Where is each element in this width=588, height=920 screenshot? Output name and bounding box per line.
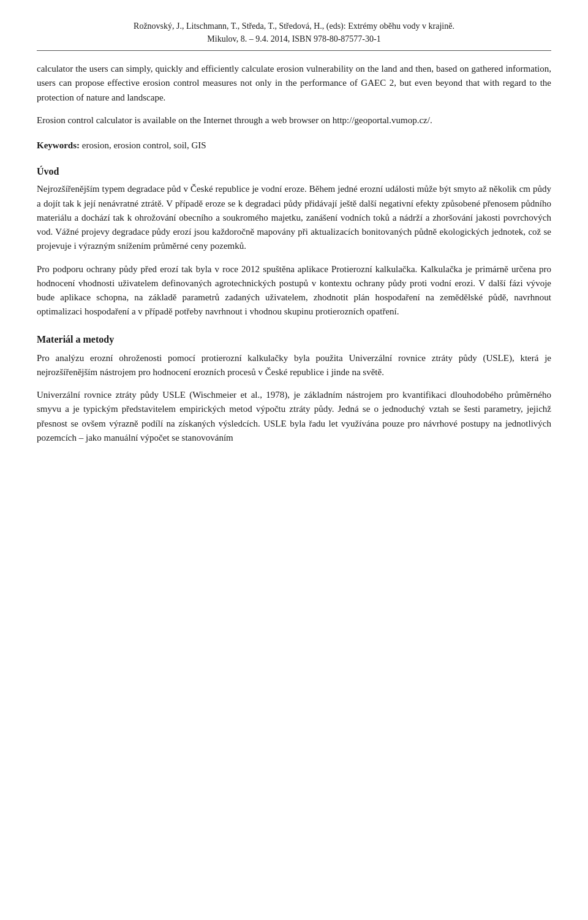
geoportal-link[interactable]: http://geoportal.vumop.cz/ (333, 115, 430, 125)
materialy-paragraph-2: Univerzální rovnice ztráty půdy USLE (Wi… (37, 388, 551, 445)
header-line2: Mikulov, 8. – 9.4. 2014, ISBN 978-80-875… (37, 32, 551, 45)
erosion-text: Erosion control calculator is available … (37, 115, 333, 125)
header-line1: Rožnovský, J., Litschmann, T., Středa, T… (37, 20, 551, 32)
header-divider (37, 50, 551, 51)
erosion-sentence: Erosion control calculator is available … (37, 113, 551, 127)
page: Rožnovský, J., Litschmann, T., Středa, T… (0, 0, 588, 920)
keywords-label: Keywords: (37, 140, 80, 150)
materialy-heading: Materiál a metody (37, 334, 551, 345)
uvod-paragraph-2: Pro podporu ochrany půdy před erozí tak … (37, 262, 551, 319)
keywords-line: Keywords: erosion, erosion control, soil… (37, 139, 551, 153)
keywords-value: erosion, erosion control, soil, GIS (80, 140, 206, 150)
intro-paragraph: calculator the users can simply, quickly… (37, 62, 551, 105)
materialy-paragraph-1: Pro analýzu erozní ohroženosti pomocí pr… (37, 351, 551, 380)
uvod-paragraph-1: Nejrozšířenějším typem degradace půd v Č… (37, 182, 551, 253)
header: Rožnovský, J., Litschmann, T., Středa, T… (37, 20, 551, 45)
uvod-heading: Úvod (37, 166, 551, 177)
